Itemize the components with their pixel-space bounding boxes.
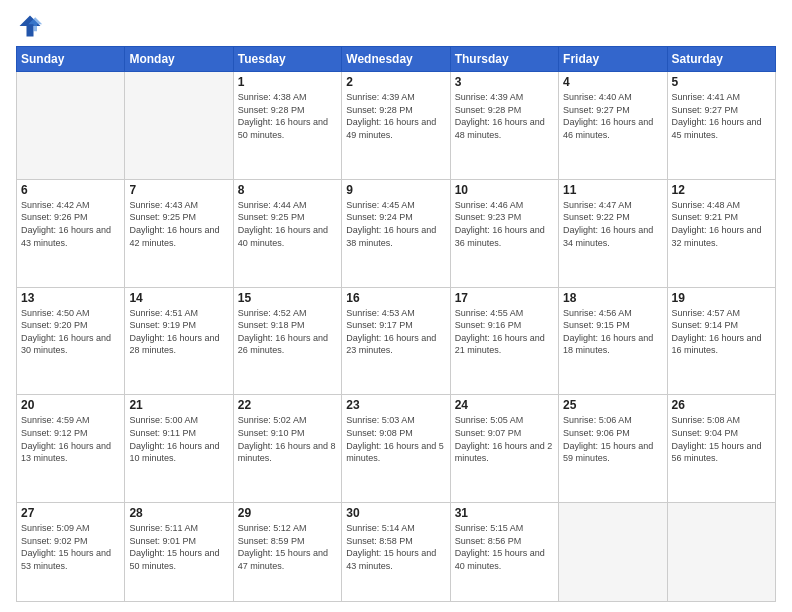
weekday-header: Wednesday [342,47,450,72]
day-detail: Sunrise: 5:08 AMSunset: 9:04 PMDaylight:… [672,414,771,464]
calendar-cell [17,72,125,180]
day-number: 17 [455,291,554,305]
day-detail: Sunrise: 5:00 AMSunset: 9:11 PMDaylight:… [129,414,228,464]
calendar-cell: 8Sunrise: 4:44 AMSunset: 9:25 PMDaylight… [233,179,341,287]
day-detail: Sunrise: 5:05 AMSunset: 9:07 PMDaylight:… [455,414,554,464]
calendar-cell: 7Sunrise: 4:43 AMSunset: 9:25 PMDaylight… [125,179,233,287]
calendar-week-row: 27Sunrise: 5:09 AMSunset: 9:02 PMDayligh… [17,503,776,602]
calendar-cell [667,503,775,602]
day-detail: Sunrise: 4:56 AMSunset: 9:15 PMDaylight:… [563,307,662,357]
weekday-header: Friday [559,47,667,72]
day-number: 13 [21,291,120,305]
calendar-cell [125,72,233,180]
calendar-cell: 20Sunrise: 4:59 AMSunset: 9:12 PMDayligh… [17,395,125,503]
calendar-table: SundayMondayTuesdayWednesdayThursdayFrid… [16,46,776,602]
day-detail: Sunrise: 5:15 AMSunset: 8:56 PMDaylight:… [455,522,554,572]
day-detail: Sunrise: 4:48 AMSunset: 9:21 PMDaylight:… [672,199,771,249]
day-detail: Sunrise: 4:39 AMSunset: 9:28 PMDaylight:… [346,91,445,141]
day-number: 15 [238,291,337,305]
weekday-header: Monday [125,47,233,72]
weekday-header: Tuesday [233,47,341,72]
day-detail: Sunrise: 5:14 AMSunset: 8:58 PMDaylight:… [346,522,445,572]
day-number: 18 [563,291,662,305]
day-detail: Sunrise: 4:52 AMSunset: 9:18 PMDaylight:… [238,307,337,357]
day-detail: Sunrise: 4:40 AMSunset: 9:27 PMDaylight:… [563,91,662,141]
calendar-cell: 23Sunrise: 5:03 AMSunset: 9:08 PMDayligh… [342,395,450,503]
day-detail: Sunrise: 4:42 AMSunset: 9:26 PMDaylight:… [21,199,120,249]
day-number: 29 [238,506,337,520]
day-number: 16 [346,291,445,305]
calendar-cell: 10Sunrise: 4:46 AMSunset: 9:23 PMDayligh… [450,179,558,287]
calendar-cell: 2Sunrise: 4:39 AMSunset: 9:28 PMDaylight… [342,72,450,180]
calendar-cell: 18Sunrise: 4:56 AMSunset: 9:15 PMDayligh… [559,287,667,395]
calendar-cell: 17Sunrise: 4:55 AMSunset: 9:16 PMDayligh… [450,287,558,395]
weekday-header: Sunday [17,47,125,72]
day-detail: Sunrise: 4:46 AMSunset: 9:23 PMDaylight:… [455,199,554,249]
day-number: 8 [238,183,337,197]
logo [16,12,48,40]
calendar-cell: 24Sunrise: 5:05 AMSunset: 9:07 PMDayligh… [450,395,558,503]
calendar-cell: 1Sunrise: 4:38 AMSunset: 9:28 PMDaylight… [233,72,341,180]
day-detail: Sunrise: 4:55 AMSunset: 9:16 PMDaylight:… [455,307,554,357]
calendar-cell: 30Sunrise: 5:14 AMSunset: 8:58 PMDayligh… [342,503,450,602]
calendar-cell: 26Sunrise: 5:08 AMSunset: 9:04 PMDayligh… [667,395,775,503]
day-detail: Sunrise: 4:43 AMSunset: 9:25 PMDaylight:… [129,199,228,249]
day-number: 23 [346,398,445,412]
day-number: 22 [238,398,337,412]
day-number: 5 [672,75,771,89]
day-number: 3 [455,75,554,89]
day-number: 26 [672,398,771,412]
page: SundayMondayTuesdayWednesdayThursdayFrid… [0,0,792,612]
calendar-week-row: 6Sunrise: 4:42 AMSunset: 9:26 PMDaylight… [17,179,776,287]
calendar-cell: 3Sunrise: 4:39 AMSunset: 9:28 PMDaylight… [450,72,558,180]
calendar-cell: 6Sunrise: 4:42 AMSunset: 9:26 PMDaylight… [17,179,125,287]
day-number: 2 [346,75,445,89]
svg-marker-0 [20,16,41,37]
header [16,12,776,40]
day-detail: Sunrise: 4:39 AMSunset: 9:28 PMDaylight:… [455,91,554,141]
day-number: 24 [455,398,554,412]
day-number: 20 [21,398,120,412]
day-detail: Sunrise: 4:51 AMSunset: 9:19 PMDaylight:… [129,307,228,357]
calendar-cell: 12Sunrise: 4:48 AMSunset: 9:21 PMDayligh… [667,179,775,287]
calendar-cell: 29Sunrise: 5:12 AMSunset: 8:59 PMDayligh… [233,503,341,602]
day-number: 28 [129,506,228,520]
day-detail: Sunrise: 5:02 AMSunset: 9:10 PMDaylight:… [238,414,337,464]
day-number: 1 [238,75,337,89]
day-number: 11 [563,183,662,197]
calendar-cell: 25Sunrise: 5:06 AMSunset: 9:06 PMDayligh… [559,395,667,503]
day-number: 6 [21,183,120,197]
day-number: 12 [672,183,771,197]
day-number: 10 [455,183,554,197]
day-detail: Sunrise: 5:09 AMSunset: 9:02 PMDaylight:… [21,522,120,572]
day-number: 30 [346,506,445,520]
day-detail: Sunrise: 4:45 AMSunset: 9:24 PMDaylight:… [346,199,445,249]
day-detail: Sunrise: 4:47 AMSunset: 9:22 PMDaylight:… [563,199,662,249]
calendar-cell: 15Sunrise: 4:52 AMSunset: 9:18 PMDayligh… [233,287,341,395]
calendar-cell: 5Sunrise: 4:41 AMSunset: 9:27 PMDaylight… [667,72,775,180]
weekday-header: Saturday [667,47,775,72]
calendar-cell: 22Sunrise: 5:02 AMSunset: 9:10 PMDayligh… [233,395,341,503]
calendar-header-row: SundayMondayTuesdayWednesdayThursdayFrid… [17,47,776,72]
day-detail: Sunrise: 5:06 AMSunset: 9:06 PMDaylight:… [563,414,662,464]
day-detail: Sunrise: 5:12 AMSunset: 8:59 PMDaylight:… [238,522,337,572]
calendar-cell: 27Sunrise: 5:09 AMSunset: 9:02 PMDayligh… [17,503,125,602]
day-detail: Sunrise: 5:03 AMSunset: 9:08 PMDaylight:… [346,414,445,464]
calendar-week-row: 13Sunrise: 4:50 AMSunset: 9:20 PMDayligh… [17,287,776,395]
day-detail: Sunrise: 4:57 AMSunset: 9:14 PMDaylight:… [672,307,771,357]
day-detail: Sunrise: 4:41 AMSunset: 9:27 PMDaylight:… [672,91,771,141]
calendar-cell [559,503,667,602]
calendar-cell: 4Sunrise: 4:40 AMSunset: 9:27 PMDaylight… [559,72,667,180]
day-detail: Sunrise: 4:44 AMSunset: 9:25 PMDaylight:… [238,199,337,249]
day-number: 14 [129,291,228,305]
calendar-week-row: 20Sunrise: 4:59 AMSunset: 9:12 PMDayligh… [17,395,776,503]
day-detail: Sunrise: 4:59 AMSunset: 9:12 PMDaylight:… [21,414,120,464]
day-number: 4 [563,75,662,89]
calendar-cell: 19Sunrise: 4:57 AMSunset: 9:14 PMDayligh… [667,287,775,395]
day-detail: Sunrise: 4:50 AMSunset: 9:20 PMDaylight:… [21,307,120,357]
calendar-cell: 14Sunrise: 4:51 AMSunset: 9:19 PMDayligh… [125,287,233,395]
logo-icon [16,12,44,40]
calendar-cell: 31Sunrise: 5:15 AMSunset: 8:56 PMDayligh… [450,503,558,602]
calendar-week-row: 1Sunrise: 4:38 AMSunset: 9:28 PMDaylight… [17,72,776,180]
day-detail: Sunrise: 4:53 AMSunset: 9:17 PMDaylight:… [346,307,445,357]
